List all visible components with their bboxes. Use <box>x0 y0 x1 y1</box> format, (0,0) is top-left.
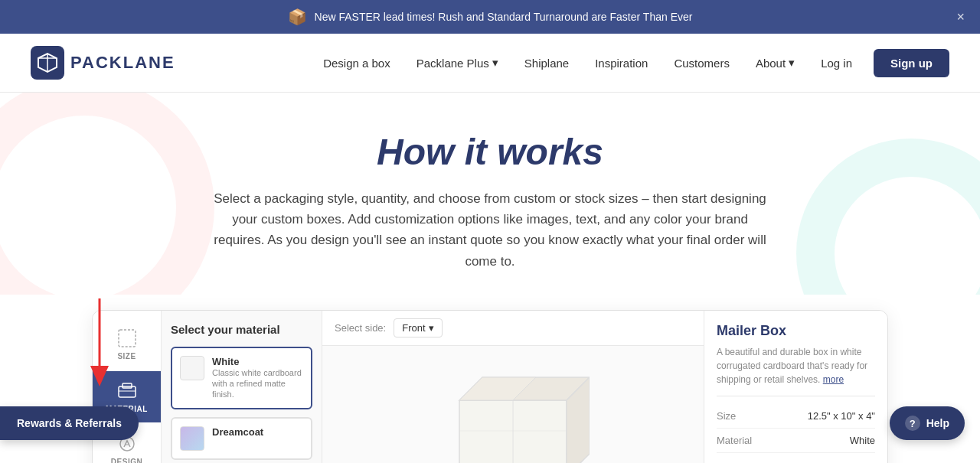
product-detail-size: Size 12.5" x 10" x 4" <box>717 404 875 429</box>
nav-packlane-plus[interactable]: Packlane Plus ▾ <box>406 50 509 76</box>
deco-circle-pink <box>0 93 214 295</box>
product-name: Mailer Box <box>717 323 875 339</box>
dropdown-value: Front <box>402 322 425 334</box>
svg-rect-3 <box>122 383 132 388</box>
chevron-down-icon: ▾ <box>429 322 434 334</box>
announcement-banner: 📦 New FASTER lead times! Rush and Standa… <box>0 0 980 34</box>
help-circle-icon: ? <box>905 416 920 431</box>
logo-text: PACKLANE <box>70 53 175 73</box>
material-panel-title: Select your material <box>171 323 312 336</box>
material-value: White <box>850 435 875 446</box>
login-button[interactable]: Log in <box>810 51 863 76</box>
banner-text: New FASTER lead times! Rush and Standard… <box>315 11 693 23</box>
sidebar-design-label: DESIGN <box>111 458 142 463</box>
banner-close-button[interactable]: × <box>956 9 965 25</box>
hero-description: Select a packaging style, quantity, and … <box>207 188 773 272</box>
nav-links: Design a box Packlane Plus ▾ Shiplane In… <box>312 49 949 77</box>
material-desc-white: Classic white cardboard with a refined m… <box>212 367 303 400</box>
product-panel: Mailer Box A beautiful and durable box i… <box>704 311 887 463</box>
material-name-white: White <box>212 356 303 367</box>
package-icon: 📦 <box>288 8 307 26</box>
size-label: Size <box>717 410 736 422</box>
help-button[interactable]: ? Help <box>890 406 965 440</box>
select-side-label: Select side: <box>335 322 386 334</box>
logo[interactable]: PACKLANE <box>31 46 175 80</box>
material-name-dreamcoat: Dreamcoat <box>212 426 263 438</box>
material-option-dreamcoat-info: Dreamcoat <box>212 426 263 438</box>
canvas-area: Select side: Front ▾ <box>322 311 704 463</box>
product-more-link[interactable]: more <box>823 374 844 385</box>
canvas-toolbar: Select side: Front ▾ <box>322 311 704 346</box>
material-option-info: White Classic white cardboard with a ref… <box>212 356 303 400</box>
chevron-down-icon: ▾ <box>789 56 795 70</box>
material-swatch-white <box>180 356 204 380</box>
material-option-dreamcoat[interactable]: Dreamcoat <box>171 417 312 460</box>
rewards-label: Rewards & Referrals <box>17 417 122 429</box>
material-option-white[interactable]: White Classic white cardboard with a ref… <box>171 347 312 409</box>
rewards-referrals-button[interactable]: Rewards & Referrals <box>0 406 139 440</box>
box-illustration <box>436 362 590 463</box>
nav-customers[interactable]: Customers <box>663 51 740 76</box>
chevron-down-icon: ▾ <box>492 56 498 70</box>
material-panel: Select your material White Classic white… <box>162 311 322 463</box>
hero-title: How it works <box>15 131 965 173</box>
sidebar-item-size[interactable]: SIZE <box>93 318 161 370</box>
product-divider <box>717 396 875 396</box>
app-demo: SIZE MATERIAL DESIGN <box>92 310 888 463</box>
help-label: Help <box>926 417 949 429</box>
product-description: A beautiful and durable box in white cor… <box>717 345 875 386</box>
signup-button[interactable]: Sign up <box>874 49 949 77</box>
select-side-dropdown[interactable]: Front ▾ <box>394 318 442 337</box>
product-detail-material: Material White <box>717 429 875 453</box>
material-swatch-dreamcoat <box>180 426 204 451</box>
material-label: Material <box>717 435 752 446</box>
nav-about[interactable]: About ▾ <box>745 50 805 76</box>
sidebar-size-label: SIZE <box>117 352 136 360</box>
nav-inspiration[interactable]: Inspiration <box>584 51 658 76</box>
hero-section: How it works Select a packaging style, q… <box>0 93 980 295</box>
app-sidebar: SIZE MATERIAL DESIGN <box>93 311 162 463</box>
nav-shiplane[interactable]: Shiplane <box>514 51 580 76</box>
size-value: 12.5" x 10" x 4" <box>808 410 875 422</box>
nav-design-a-box[interactable]: Design a box <box>312 51 401 76</box>
canvas-content <box>322 346 704 463</box>
svg-rect-1 <box>119 330 136 347</box>
navigation: PACKLANE Design a box Packlane Plus ▾ Sh… <box>0 34 980 93</box>
